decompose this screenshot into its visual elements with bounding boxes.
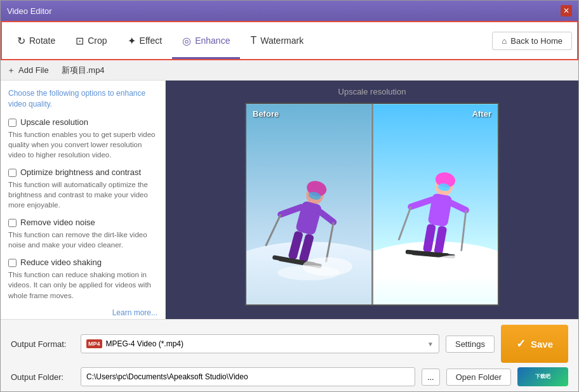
- enhance-icon: ◎: [182, 35, 191, 47]
- watermark-icon: T: [250, 35, 256, 46]
- option4-label: Reduce video shaking: [20, 258, 102, 267]
- brightness-checkbox[interactable]: [8, 169, 17, 177]
- folder-browse-button[interactable]: ...: [422, 369, 440, 386]
- option2-row: Optimize brightness and contrast: [8, 167, 157, 177]
- settings-button[interactable]: Settings: [446, 336, 495, 353]
- effect-label: Effect: [140, 36, 163, 46]
- enhance-button[interactable]: ◎ Enhance: [172, 22, 240, 59]
- after-panel: After: [373, 104, 498, 304]
- crop-label: Crop: [88, 36, 107, 46]
- format-select-box[interactable]: MP4 MPEG-4 Video (*.mp4) ▼: [81, 334, 439, 353]
- format-row: Output Format: MP4 MPEG-4 Video (*.mp4) …: [11, 325, 568, 363]
- option3-desc: This function can remove the dirt-like v…: [8, 230, 157, 250]
- file-bar: ＋ Add File 新项目.mp4: [1, 60, 578, 81]
- before-after-container: Before: [245, 103, 499, 306]
- window-title: Video Editor: [7, 6, 52, 16]
- add-file-label: Add File: [18, 65, 49, 75]
- open-folder-button[interactable]: Open Folder: [446, 369, 511, 386]
- before-scene-svg: [246, 104, 371, 304]
- home-icon: ⌂: [502, 36, 507, 46]
- option3-row: Remove video noise: [8, 218, 157, 227]
- folder-label: Output Folder:: [11, 372, 74, 382]
- format-label: Output Format:: [11, 339, 74, 349]
- bottom-bar: Output Format: MP4 MPEG-4 Video (*.mp4) …: [1, 319, 578, 391]
- crop-button[interactable]: ⊡ Crop: [65, 22, 117, 59]
- option1-label: Upscale resolution: [20, 117, 88, 127]
- back-to-home-button[interactable]: ⌂ Back to Home: [492, 32, 572, 50]
- watermark-button[interactable]: T Watermark: [240, 22, 314, 59]
- before-scene: [246, 104, 371, 304]
- main-window: Video Editor ✕ ↻ Rotate ⊡ Crop ✦ Effect …: [0, 0, 579, 392]
- title-bar: Video Editor ✕: [1, 1, 578, 21]
- save-button[interactable]: ✓ Save: [501, 325, 568, 363]
- upscale-checkbox[interactable]: [8, 119, 17, 127]
- after-label: After: [472, 109, 491, 119]
- rotate-icon: ↻: [17, 35, 25, 47]
- option2-desc: This function will automatically optimiz…: [8, 180, 157, 210]
- close-button[interactable]: ✕: [561, 5, 572, 16]
- main-content: Choose the following options to enhance …: [1, 81, 578, 319]
- promo-text: 下载吧: [535, 374, 550, 380]
- before-panel: Before: [246, 104, 371, 304]
- enhance-label: Enhance: [195, 36, 230, 46]
- format-dropdown-arrow: ▼: [427, 341, 434, 348]
- shaking-checkbox[interactable]: [8, 259, 17, 267]
- intro-text: Choose the following options to enhance …: [8, 88, 157, 110]
- add-file-icon: ＋: [7, 65, 15, 76]
- before-label: Before: [253, 109, 279, 119]
- rotate-label: Rotate: [29, 36, 55, 46]
- effect-icon: ✦: [128, 35, 136, 47]
- option2-label: Optimize brightness and contrast: [20, 167, 141, 177]
- toolbar: ↻ Rotate ⊡ Crop ✦ Effect ◎ Enhance T Wat…: [1, 21, 578, 60]
- learn-more-link[interactable]: Learn more...: [8, 308, 157, 317]
- save-label: Save: [531, 339, 553, 350]
- folder-row: Output Folder: ... Open Folder 下载吧: [11, 367, 568, 386]
- back-to-home-label: Back to Home: [510, 36, 562, 46]
- option3-label: Remove video noise: [20, 218, 95, 227]
- right-panel: Upscale resolution Before: [166, 81, 578, 319]
- noise-checkbox[interactable]: [8, 219, 17, 227]
- svg-point-15: [277, 265, 340, 280]
- crop-icon: ⊡: [76, 35, 84, 47]
- folder-path-input[interactable]: [81, 367, 415, 386]
- svg-point-31: [401, 264, 470, 282]
- left-panel: Choose the following options to enhance …: [1, 81, 166, 319]
- effect-button[interactable]: ✦ Effect: [117, 22, 173, 59]
- option1-desc: This function enables you to get superb …: [8, 129, 157, 160]
- format-value: MPEG-4 Video (*.mp4): [106, 339, 424, 348]
- add-file-button[interactable]: ＋ Add File: [7, 65, 49, 76]
- preview-title: Upscale resolution: [338, 87, 406, 96]
- option1-row: Upscale resolution: [8, 117, 157, 127]
- option4-desc: This function can reduce shaking motion …: [8, 270, 157, 300]
- option4-row: Reduce video shaking: [8, 258, 157, 267]
- rotate-button[interactable]: ↻ Rotate: [7, 22, 65, 59]
- promo-badge: 下载吧: [517, 367, 568, 386]
- after-scene-svg: [373, 104, 498, 304]
- file-name: 新项目.mp4: [62, 65, 105, 76]
- watermark-label: Watermark: [260, 36, 303, 46]
- save-check-icon: ✓: [516, 337, 526, 351]
- after-scene: [373, 104, 498, 304]
- format-icon: MP4: [86, 339, 102, 348]
